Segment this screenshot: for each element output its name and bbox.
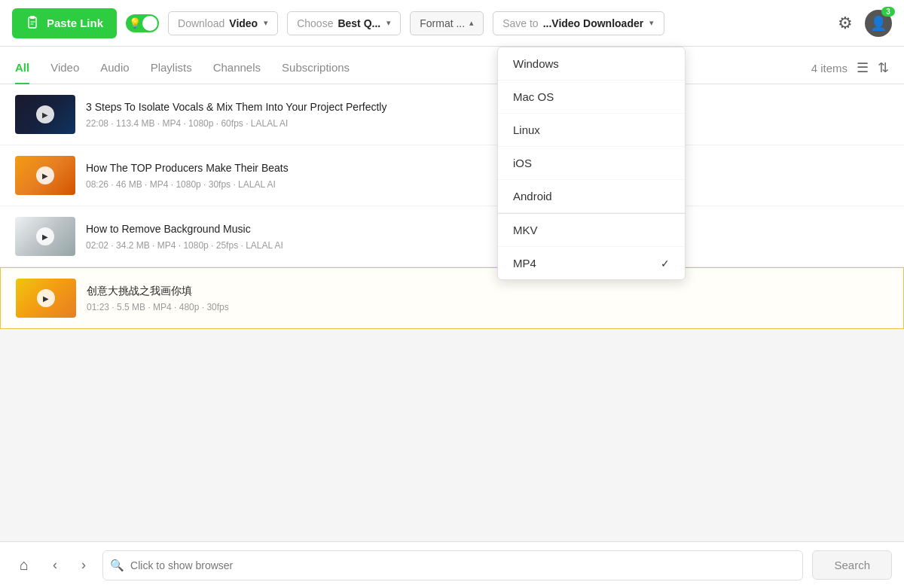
table-row[interactable]: ▶ How The TOP Producers Make Their Beats… bbox=[0, 145, 904, 206]
format-option-label: Windows bbox=[513, 57, 559, 70]
format-option-label: Linux bbox=[513, 123, 540, 136]
video-info-2: How The TOP Producers Make Their Beats 0… bbox=[86, 161, 889, 189]
avatar-button[interactable]: 👤 3 bbox=[865, 10, 892, 37]
download-label: Download bbox=[178, 17, 224, 29]
format-dropdown-button[interactable]: Format ... ▴ bbox=[410, 11, 484, 35]
format-option-windows[interactable]: Windows bbox=[498, 47, 685, 81]
format-option-label: Mac OS bbox=[513, 90, 554, 103]
tab-subscriptions[interactable]: Subscriptions bbox=[282, 61, 350, 84]
table-row[interactable]: ▶ How to Remove Background Music 02:02 ·… bbox=[0, 206, 904, 267]
chevron-down-icon: ▾ bbox=[264, 18, 268, 28]
home-button[interactable]: ⌂ bbox=[12, 552, 36, 578]
format-dropdown-menu: Windows Mac OS Linux iOS Android MKV MP4… bbox=[497, 47, 686, 280]
bottom-bar: ⌂ ‹ › 🔍 Search bbox=[0, 541, 904, 588]
download-type-value: Video bbox=[229, 17, 258, 29]
format-option-mp4[interactable]: MP4 ✓ bbox=[498, 247, 685, 279]
browser-input[interactable] bbox=[102, 550, 803, 580]
tab-playlists[interactable]: Playlists bbox=[151, 61, 192, 84]
format-option-ios[interactable]: iOS bbox=[498, 147, 685, 180]
paste-link-label: Paste Link bbox=[47, 17, 103, 29]
filter-icon[interactable]: ☰ bbox=[857, 59, 869, 76]
thumbnail-1: ▶ bbox=[15, 95, 75, 134]
chevron-down-icon-2: ▾ bbox=[386, 18, 391, 28]
svg-rect-1 bbox=[30, 16, 35, 19]
items-count-label: 4 items bbox=[811, 62, 848, 75]
thumbnail-4: ▶ bbox=[16, 279, 76, 318]
video-title-3: How to Remove Background Music bbox=[86, 222, 889, 236]
forward-icon: › bbox=[81, 557, 86, 572]
download-type-dropdown[interactable]: Download Video ▾ bbox=[168, 11, 278, 35]
format-option-label: MP4 bbox=[513, 257, 536, 270]
video-meta-3: 02:02 · 34.2 MB · MP4 · 1080p · 25fps · … bbox=[86, 240, 889, 251]
tab-all[interactable]: All bbox=[15, 61, 29, 84]
video-info-3: How to Remove Background Music 02:02 · 3… bbox=[86, 222, 889, 250]
quality-dropdown[interactable]: Choose Best Q... ▾ bbox=[287, 11, 401, 35]
thumbnail-3: ▶ bbox=[15, 217, 75, 256]
video-list: ▶ 3 Steps To Isolate Vocals & Mix Them I… bbox=[0, 84, 904, 329]
notification-badge: 3 bbox=[881, 7, 895, 17]
save-value: ...Video Downloader bbox=[543, 17, 644, 29]
format-option-label: MKV bbox=[513, 224, 538, 236]
play-icon: ▶ bbox=[36, 227, 54, 245]
save-to-dropdown[interactable]: Save to ...Video Downloader ▾ bbox=[493, 11, 664, 35]
format-label: Format ... bbox=[420, 17, 465, 29]
table-row[interactable]: ▶ 创意大挑战之我画你填 01:23 · 5.5 MB · MP4 · 480p… bbox=[0, 267, 904, 329]
format-option-android[interactable]: Android bbox=[498, 180, 685, 213]
avatar-icon: 👤 bbox=[870, 15, 887, 32]
sort-icon[interactable]: ⇅ bbox=[878, 59, 889, 76]
format-option-mkv[interactable]: MKV bbox=[498, 213, 685, 247]
chevron-up-icon: ▴ bbox=[469, 18, 474, 28]
search-label: Search bbox=[834, 559, 870, 571]
quality-value: Best Q... bbox=[337, 17, 380, 29]
save-label: Save to bbox=[502, 17, 538, 29]
tabs-bar: All Video Audio Playlists Channels Subsc… bbox=[0, 47, 904, 84]
format-option-label: Android bbox=[513, 190, 552, 203]
items-count-bar: 4 items ☰ ⇅ bbox=[811, 59, 889, 84]
search-button[interactable]: Search bbox=[812, 550, 892, 580]
video-info-1: 3 Steps To Isolate Vocals & Mix Them Int… bbox=[86, 100, 889, 128]
video-meta-4: 01:23 · 5.5 MB · MP4 · 480p · 30fps bbox=[87, 302, 888, 312]
main-content: ▶ 3 Steps To Isolate Vocals & Mix Them I… bbox=[0, 84, 904, 541]
svg-rect-0 bbox=[29, 17, 36, 28]
video-title-4: 创意大挑战之我画你填 bbox=[87, 284, 888, 297]
forward-button[interactable]: › bbox=[74, 553, 93, 577]
video-title-2: How The TOP Producers Make Their Beats bbox=[86, 161, 889, 175]
chevron-down-icon-3: ▾ bbox=[649, 18, 654, 28]
header: Paste Link 💡 Download Video ▾ Choose Bes… bbox=[0, 0, 904, 47]
table-row[interactable]: ▶ 3 Steps To Isolate Vocals & Mix Them I… bbox=[0, 84, 904, 145]
tab-channels[interactable]: Channels bbox=[213, 61, 261, 84]
paste-link-button[interactable]: Paste Link bbox=[12, 8, 117, 38]
settings-button[interactable]: ⚙ bbox=[835, 11, 856, 36]
play-icon: ▶ bbox=[36, 166, 54, 184]
toggle-switch[interactable]: 💡 bbox=[126, 14, 159, 32]
back-button[interactable]: ‹ bbox=[45, 553, 65, 577]
choose-label: Choose bbox=[297, 17, 333, 29]
video-info-4: 创意大挑战之我画你填 01:23 · 5.5 MB · MP4 · 480p ·… bbox=[87, 284, 888, 312]
toggle-icon: 💡 bbox=[129, 17, 141, 29]
home-icon: ⌂ bbox=[20, 556, 29, 573]
video-meta-1: 22:08 · 113.4 MB · MP4 · 1080p · 60fps ·… bbox=[86, 118, 889, 129]
format-option-macos[interactable]: Mac OS bbox=[498, 81, 685, 114]
play-icon: ▶ bbox=[36, 105, 54, 123]
browser-input-wrapper: 🔍 bbox=[102, 550, 803, 580]
back-icon: ‹ bbox=[53, 557, 57, 572]
video-title-1: 3 Steps To Isolate Vocals & Mix Them Int… bbox=[86, 100, 889, 114]
tab-video[interactable]: Video bbox=[50, 61, 79, 84]
checkmark-icon: ✓ bbox=[661, 257, 670, 270]
thumbnail-2: ▶ bbox=[15, 156, 75, 195]
paste-icon bbox=[26, 16, 41, 31]
video-meta-2: 08:26 · 46 MB · MP4 · 1080p · 30fps · LA… bbox=[86, 179, 889, 190]
tab-audio[interactable]: Audio bbox=[100, 61, 129, 84]
gear-icon: ⚙ bbox=[838, 14, 853, 32]
play-icon: ▶ bbox=[37, 289, 55, 307]
format-option-linux[interactable]: Linux bbox=[498, 114, 685, 147]
format-option-label: iOS bbox=[513, 157, 532, 169]
